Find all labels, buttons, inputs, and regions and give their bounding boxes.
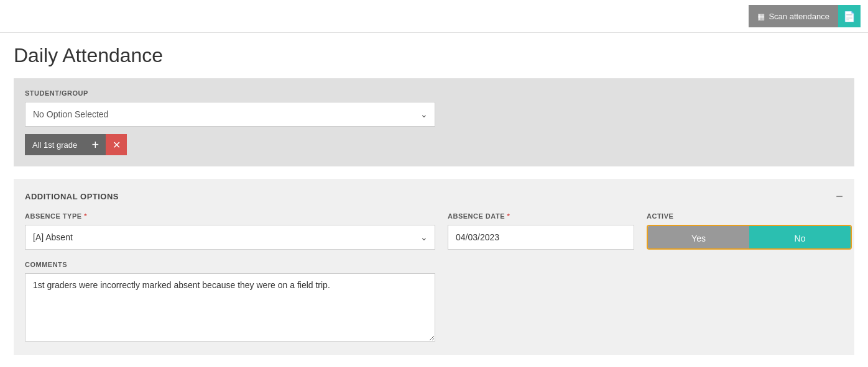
section-header: ADDITIONAL OPTIONS − xyxy=(25,190,843,202)
grade-tag-remove-button[interactable]: ✕ xyxy=(106,134,127,155)
active-yes-button[interactable]: Yes xyxy=(648,226,749,250)
active-group: ACTIVE Yes No xyxy=(647,212,852,250)
active-toggle: Yes No xyxy=(647,225,852,250)
collapse-button[interactable]: − xyxy=(836,190,843,202)
absence-date-group: ABSENCE DATE xyxy=(448,212,634,250)
student-group-select-wrapper: No Option Selected ⌄ xyxy=(25,102,435,127)
grade-tag: All 1st grade + ✕ xyxy=(25,134,127,155)
scan-attendance-button[interactable]: ▦ Scan attendance 📄 xyxy=(749,5,861,27)
absence-type-select-wrapper: [A] Absent ⌄ xyxy=(25,225,435,250)
page-content: Daily Attendance STUDENT/GROUP No Option… xyxy=(0,33,868,355)
active-label: ACTIVE xyxy=(647,212,852,220)
absence-type-label: ABSENCE TYPE xyxy=(25,212,435,220)
top-bar: ▦ Scan attendance 📄 xyxy=(0,0,868,33)
additional-options-section: ADDITIONAL OPTIONS − ABSENCE TYPE [A] Ab… xyxy=(14,179,854,355)
options-row: ABSENCE TYPE [A] Absent ⌄ ABSENCE DATE A… xyxy=(25,212,843,250)
section-title: ADDITIONAL OPTIONS xyxy=(25,192,119,201)
comments-section: COMMENTS xyxy=(25,261,843,344)
scan-btn-label: ▦ Scan attendance xyxy=(749,5,838,27)
barcode-icon: ▦ xyxy=(757,12,765,21)
student-group-label: STUDENT/GROUP xyxy=(25,89,843,97)
absence-date-input[interactable] xyxy=(448,225,634,250)
comments-textarea[interactable] xyxy=(25,273,435,342)
grade-tag-label: All 1st grade xyxy=(25,134,85,155)
active-no-button[interactable]: No xyxy=(749,226,851,250)
absence-type-group: ABSENCE TYPE [A] Absent ⌄ xyxy=(25,212,435,250)
comments-label: COMMENTS xyxy=(25,261,843,268)
absence-type-select[interactable]: [A] Absent xyxy=(25,225,435,250)
grade-tag-add-button[interactable]: + xyxy=(85,134,106,155)
student-group-select[interactable]: No Option Selected xyxy=(25,102,435,127)
page-title: Daily Attendance xyxy=(14,44,854,67)
absence-date-label: ABSENCE DATE xyxy=(448,212,634,220)
student-group-section: STUDENT/GROUP No Option Selected ⌄ All 1… xyxy=(14,78,854,166)
scan-btn-icon: 📄 xyxy=(838,5,861,27)
